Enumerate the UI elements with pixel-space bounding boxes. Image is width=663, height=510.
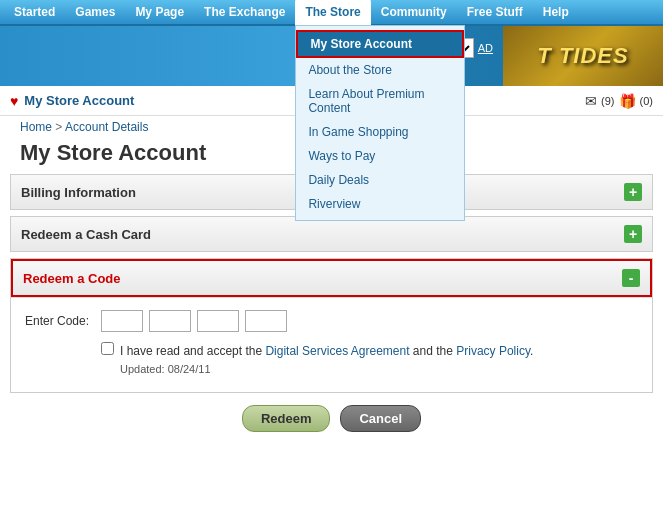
buttons-row: Redeem Cancel	[0, 405, 663, 442]
redeem-button[interactable]: Redeem	[242, 405, 331, 432]
nav-item-exchange[interactable]: The Exchange	[194, 0, 295, 25]
top-nav: Started Games My Page The Exchange The S…	[0, 0, 663, 26]
breadcrumb-separator: >	[55, 120, 65, 134]
mail-icon: ✉	[585, 93, 597, 109]
nav-item-help[interactable]: Help	[533, 0, 579, 25]
accordion-redeem-code-body: Enter Code: I have read and accept the D…	[11, 297, 652, 392]
agreement-checkbox[interactable]	[101, 342, 114, 355]
banner-tides-bg: T TIDES	[503, 26, 663, 86]
dropdown-item-in-game-shopping[interactable]: In Game Shopping	[296, 120, 464, 144]
agreement-prefix: I have read and accept the	[120, 344, 265, 358]
cancel-button[interactable]: Cancel	[340, 405, 421, 432]
dropdown-item-about-store[interactable]: About the Store	[296, 58, 464, 82]
code-input-3[interactable]	[197, 310, 239, 332]
accordion-redeem-code-header[interactable]: Redeem a Code -	[11, 259, 652, 297]
heart-icon: ♥	[10, 93, 18, 109]
breadcrumb-current[interactable]: Account Details	[65, 120, 148, 134]
accordion-cash-card-toggle[interactable]: +	[624, 225, 642, 243]
breadcrumb-home[interactable]: Home	[20, 120, 52, 134]
dropdown-item-learn-premium[interactable]: Learn About Premium Content	[296, 82, 464, 120]
nav-item-games[interactable]: Games	[65, 0, 125, 25]
code-input-2[interactable]	[149, 310, 191, 332]
and-text: and the	[410, 344, 457, 358]
code-input-1[interactable]	[101, 310, 143, 332]
privacy-link[interactable]: Privacy Policy	[456, 344, 530, 358]
store-dropdown-menu: My Store Account About the Store Learn A…	[295, 25, 465, 221]
nav-item-store[interactable]: The Store	[295, 0, 370, 25]
nav-item-mypage[interactable]: My Page	[125, 0, 194, 25]
accordion-cash-card-label: Redeem a Cash Card	[21, 227, 151, 242]
notif-area: ✉ (9) 🎁 (0)	[585, 93, 653, 109]
ad-link[interactable]: AD	[478, 42, 493, 54]
accordion-cash-card-header[interactable]: Redeem a Cash Card +	[11, 217, 652, 251]
dsa-link[interactable]: Digital Services Agreement	[265, 344, 409, 358]
period: .	[530, 344, 533, 358]
mail-count: (9)	[601, 95, 614, 107]
dropdown-item-riverview[interactable]: Riverview	[296, 192, 464, 216]
dropdown-item-daily-deals[interactable]: Daily Deals	[296, 168, 464, 192]
account-link[interactable]: My Store Account	[24, 93, 134, 108]
agreement-updated: Updated: 08/24/11	[120, 363, 211, 375]
accordion-redeem-code: Redeem a Code - Enter Code: I have read …	[10, 258, 653, 393]
gift-icon: 🎁	[619, 93, 636, 109]
dropdown-item-ways-to-pay[interactable]: Ways to Pay	[296, 144, 464, 168]
banner-left	[0, 26, 300, 86]
store-dropdown-wrapper: The Store My Store Account About the Sto…	[295, 0, 370, 25]
accordion-redeem-code-toggle[interactable]: -	[622, 269, 640, 287]
enter-code-label: Enter Code:	[25, 314, 95, 328]
dropdown-item-my-store-account[interactable]: My Store Account	[296, 30, 464, 58]
nav-item-started[interactable]: Started	[4, 0, 65, 25]
nav-item-free-stuff[interactable]: Free Stuff	[457, 0, 533, 25]
code-input-4[interactable]	[245, 310, 287, 332]
gift-count: (0)	[640, 95, 653, 107]
agreement-row: I have read and accept the Digital Servi…	[101, 342, 638, 378]
accordion-billing-toggle[interactable]: +	[624, 183, 642, 201]
accordion-cash-card: Redeem a Cash Card +	[10, 216, 653, 252]
accordion-billing-label: Billing Information	[21, 185, 136, 200]
agreement-text: I have read and accept the Digital Servi…	[120, 342, 533, 378]
banner-title: T TIDES	[537, 43, 628, 69]
accordion-redeem-code-label: Redeem a Code	[23, 271, 121, 286]
nav-item-community[interactable]: Community	[371, 0, 457, 25]
nav-wrapper: Started Games My Page The Exchange The S…	[0, 0, 663, 116]
enter-code-row: Enter Code:	[25, 310, 638, 332]
